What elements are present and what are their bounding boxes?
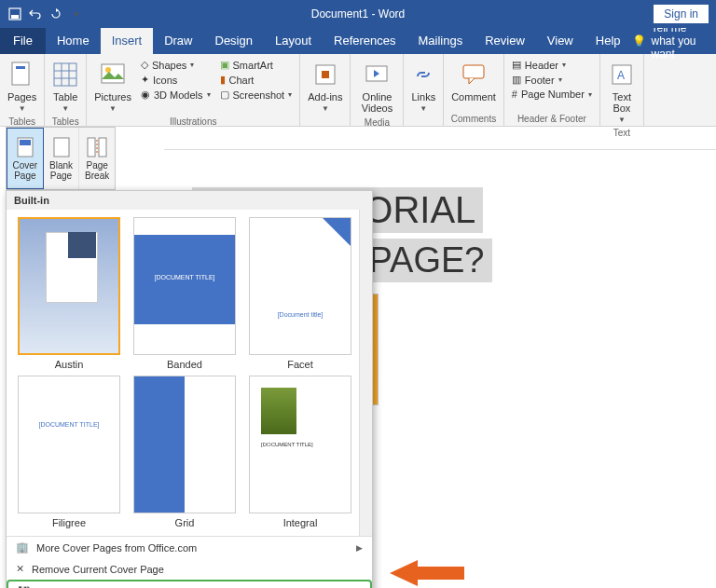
menu-references[interactable]: References (323, 28, 406, 54)
menu-bar: File Home Insert Draw Design Layout Refe… (0, 28, 716, 54)
pictures-button[interactable]: Pictures ▼ (92, 58, 133, 115)
3dmodels-button[interactable]: ◉3D Models▾ (139, 88, 213, 102)
blank-page-button[interactable]: Blank Page (44, 128, 80, 189)
redo-icon[interactable] (48, 7, 63, 21)
onlinevideos-button[interactable]: Online Videos (356, 58, 397, 116)
menu-mailings[interactable]: Mailings (407, 28, 475, 54)
chart-icon: ▮ (220, 74, 226, 86)
addins-button[interactable]: Add-ins ▼ (306, 58, 344, 115)
save-icon[interactable] (7, 7, 22, 21)
screenshot-icon: ▢ (220, 89, 229, 101)
screenshot-label: Screenshot (233, 89, 285, 101)
menu-draw[interactable]: Draw (153, 28, 203, 54)
label-banded: Banded (167, 359, 202, 370)
thumb-facet (249, 217, 351, 355)
qat-dropdown-icon[interactable]: ▼ (69, 7, 84, 21)
group-label-headerfooter: Header & Footer (510, 114, 594, 124)
gallery-scrollbar[interactable] (359, 210, 372, 536)
group-text: A Text Box ▼ Text (600, 54, 644, 126)
save-selection-to-gallery[interactable]: 💾 Save Selection to Cover Page Gallery..… (7, 580, 372, 588)
svg-rect-20 (88, 138, 95, 157)
chart-button[interactable]: ▮Chart (218, 73, 295, 87)
thumb-filigree (18, 376, 120, 513)
pagenumber-button[interactable]: #Page Number▾ (510, 88, 594, 101)
page-break-button[interactable]: Page Break (79, 128, 115, 189)
quick-access-toolbar: ▼ (0, 7, 84, 21)
gallery-item-austin[interactable]: Austin (14, 217, 124, 370)
label-filigree: Filigree (52, 517, 86, 528)
arrow-icon (390, 560, 418, 586)
screenshot-button[interactable]: ▢Screenshot▾ (218, 88, 295, 102)
menu-home[interactable]: Home (46, 28, 101, 54)
svg-rect-14 (463, 65, 484, 78)
header-icon: ▤ (512, 59, 521, 71)
pictures-dropdown-icon: ▼ (109, 104, 117, 113)
links-label: Links (411, 91, 435, 103)
cover-page-button[interactable]: Cover Page (7, 128, 44, 189)
lightbulb-icon: 💡 (632, 34, 646, 48)
remove-cover-page[interactable]: ⨯ Remove Current Cover Page (7, 558, 372, 580)
svg-rect-3 (16, 66, 25, 69)
table-label: Table (53, 91, 77, 103)
gallery-item-integral[interactable]: Integral (245, 376, 355, 528)
group-addins: Add-ins ▼ (300, 54, 351, 126)
svg-rect-4 (54, 63, 76, 86)
addins-icon (314, 60, 337, 89)
comment-button[interactable]: Comment (449, 58, 498, 104)
undo-icon[interactable] (28, 7, 43, 21)
menu-insert[interactable]: Insert (101, 28, 154, 54)
link-icon (412, 60, 434, 89)
svg-rect-12 (322, 71, 329, 78)
menu-help[interactable]: Help (585, 28, 632, 54)
label-integral: Integral (283, 517, 318, 528)
tell-me[interactable]: 💡 Tell me what you want (632, 28, 716, 54)
table-button[interactable]: Table ▼ (50, 58, 80, 115)
video-label: Online Videos (358, 91, 395, 114)
links-button[interactable]: Links ▼ (409, 58, 437, 115)
comment-label: Comment (451, 91, 496, 103)
menu-layout[interactable]: Layout (264, 28, 323, 54)
page-break-icon (87, 136, 107, 158)
svg-rect-21 (99, 138, 106, 157)
remove-label: Remove Current Cover Page (32, 564, 164, 575)
label-austin: Austin (55, 359, 84, 370)
group-label-comments: Comments (449, 114, 498, 124)
group-pages: Pages ▼ Tables (0, 54, 45, 126)
menu-design[interactable]: Design (204, 28, 264, 54)
gallery-item-banded[interactable]: Banded (130, 217, 240, 370)
group-label-illustrations: Illustrations (92, 116, 294, 127)
menu-file[interactable]: File (0, 28, 46, 54)
chart-label: Chart (229, 75, 255, 86)
signin-button[interactable]: Sign in (654, 5, 709, 23)
menu-view[interactable]: View (536, 28, 585, 54)
smartart-button[interactable]: ▣SmartArt (218, 58, 295, 72)
smartart-icon: ▣ (220, 59, 229, 71)
shapes-button[interactable]: ◇Shapes▾ (139, 58, 213, 72)
gallery-item-facet[interactable]: Facet (245, 217, 355, 370)
gallery-item-grid[interactable]: Grid (130, 376, 240, 528)
cover-page-gallery: Built-in Austin Banded Facet Filigree Gr… (6, 190, 373, 588)
icons-icon: ✦ (141, 74, 149, 86)
label-grid: Grid (175, 517, 195, 528)
callout-arrow (390, 560, 418, 586)
textbox-button[interactable]: A Text Box ▼ (606, 58, 638, 126)
page-break-label: Page Break (79, 160, 115, 181)
menu-review[interactable]: Review (474, 28, 536, 54)
icons-button[interactable]: ✦Icons (139, 73, 213, 87)
svg-text:A: A (617, 69, 625, 82)
gallery-item-filigree[interactable]: Filigree (14, 376, 124, 528)
footer-button[interactable]: ▥Footer▾ (510, 73, 594, 87)
pictures-label: Pictures (94, 91, 131, 103)
submenu-arrow-icon: ▶ (356, 543, 363, 553)
pages-icon (10, 60, 34, 89)
more-label: More Cover Pages from Office.com (36, 542, 197, 554)
blank-page-icon (53, 136, 70, 158)
header-button[interactable]: ▤Header▾ (510, 58, 594, 72)
label-facet: Facet (287, 359, 313, 370)
office-icon: 🏢 (16, 541, 29, 554)
title-bar: ▼ Document1 - Word Sign in (0, 0, 716, 28)
3dmodels-icon: ◉ (141, 89, 150, 101)
pages-button[interactable]: Pages ▼ (6, 58, 38, 115)
more-cover-pages[interactable]: 🏢 More Cover Pages from Office.com ▶ (7, 537, 372, 558)
group-label-text: Text (606, 128, 638, 138)
